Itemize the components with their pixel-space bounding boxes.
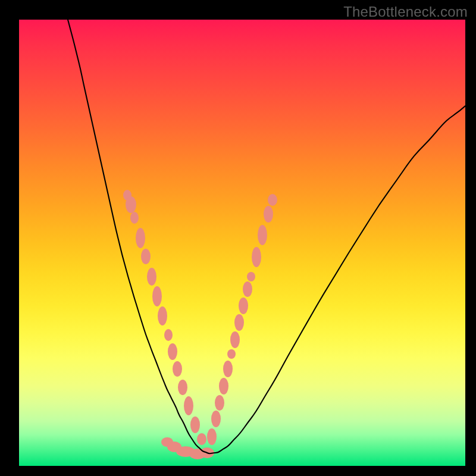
chart-frame: TheBottleneck.com xyxy=(0,0,476,476)
marker-blob xyxy=(164,329,173,341)
marker-blob xyxy=(215,395,224,411)
marker-blob xyxy=(141,249,151,264)
marker-blob xyxy=(234,314,244,331)
marker-blob xyxy=(223,361,233,377)
marker-blob xyxy=(252,247,261,267)
marker-blob xyxy=(227,349,236,359)
marker-blob xyxy=(190,416,200,433)
marker-blob xyxy=(168,343,177,360)
marker-blob xyxy=(211,411,221,427)
marker-blob xyxy=(268,194,277,206)
marker-group xyxy=(123,190,277,459)
chart-svg xyxy=(19,20,465,466)
marker-blob xyxy=(130,212,139,224)
marker-blob xyxy=(247,272,255,281)
marker-blob xyxy=(243,281,252,297)
marker-blob xyxy=(230,331,240,348)
watermark-text: TheBottleneck.com xyxy=(343,4,468,20)
marker-blob xyxy=(152,286,162,306)
plot-area xyxy=(19,20,465,466)
marker-blob xyxy=(239,298,248,314)
marker-blob xyxy=(147,268,156,286)
marker-blob xyxy=(197,433,206,445)
marker-blob xyxy=(264,206,273,223)
marker-blob xyxy=(173,361,182,377)
marker-blob xyxy=(184,396,193,415)
marker-blob xyxy=(258,225,267,245)
marker-blob xyxy=(158,306,167,325)
marker-blob xyxy=(126,196,136,213)
marker-blob xyxy=(207,428,217,445)
marker-blob xyxy=(178,380,187,395)
marker-blob xyxy=(219,378,228,394)
marker-blob xyxy=(136,228,145,248)
